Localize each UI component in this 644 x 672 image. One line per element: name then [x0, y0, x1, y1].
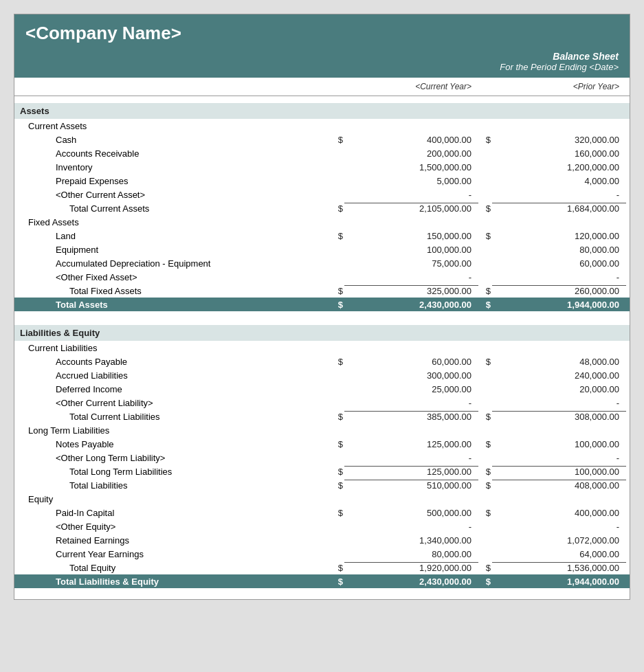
- total-equity-cy: 1,920,000.00: [344, 562, 478, 573]
- total-current-assets-row: Total Current Assets $ 2,105,000.00 $ 1,…: [14, 201, 630, 215]
- prior-year-value: 240,000.00: [492, 370, 626, 381]
- current-year-value: 75,000.00: [344, 258, 478, 269]
- current-year-value: -: [344, 453, 478, 463]
- py-dollar-sign: $: [478, 231, 492, 241]
- total-assets-dollar: $: [331, 300, 344, 310]
- prior-year-value: 20,000.00: [492, 384, 626, 394]
- dollar-sign: $: [331, 357, 344, 367]
- prior-year-value: 1,072,000.00: [492, 535, 626, 546]
- total-long-term-liabilities-cy: 125,000.00: [344, 466, 478, 477]
- assets-section-header: Assets: [14, 103, 630, 119]
- list-item: Accounts Payable$60,000.00$48,000.00: [14, 355, 630, 368]
- total-liabilities-label: Total Liabilities: [14, 480, 331, 491]
- total-long-term-liabilities-label: Total Long Term Liabilities: [14, 467, 331, 477]
- total-liabilities-equity-cy: 2,430,000.00: [344, 576, 478, 587]
- total-current-assets-py: 1,684,000.00: [492, 203, 626, 214]
- column-headers: <Current Year> <Prior Year>: [14, 78, 630, 96]
- prior-year-value: 1,200,000.00: [492, 162, 626, 172]
- total-current-assets-py-dollar: $: [478, 203, 492, 214]
- total-current-liabilities-cy: 385,000.00: [344, 411, 478, 422]
- current-year-value: 80,000.00: [344, 549, 478, 559]
- dollar-sign: $: [331, 135, 344, 145]
- col-current-year-label: <Current Year>: [331, 82, 478, 91]
- col-prior-year-label: <Prior Year>: [478, 82, 626, 91]
- list-item: Land$150,000.00$120,000.00: [14, 229, 630, 243]
- list-item: Prepaid Expenses5,000.004,000.00: [14, 174, 630, 188]
- prior-year-value: 100,000.00: [492, 439, 626, 449]
- total-long-term-liabilities-row: Total Long Term Liabilities $ 125,000.00…: [14, 464, 630, 478]
- equity-group-label: Equity: [14, 492, 630, 506]
- equity-label: Equity: [14, 494, 331, 504]
- total-equity-py: 1,536,000.00: [492, 562, 626, 573]
- total-current-assets-dollar: $: [331, 203, 344, 214]
- row-label: Current Year Earnings: [14, 549, 331, 559]
- total-current-assets-label: Total Current Assets: [14, 203, 331, 214]
- current-year-value: 1,340,000.00: [344, 535, 478, 546]
- list-item: Retained Earnings1,340,000.001,072,000.0…: [14, 533, 630, 547]
- row-label: Accrued Liabilities: [14, 370, 331, 381]
- total-assets-py: 1,944,000.00: [492, 300, 626, 310]
- total-liabilities-equity-dollar: $: [331, 576, 344, 587]
- total-long-term-liabilities-py: 100,000.00: [492, 466, 626, 477]
- liabilities-section-header: Liabilities & Equity: [14, 325, 630, 341]
- equity-rows: Paid-In Capital$500,000.00$400,000.00<Ot…: [14, 506, 630, 561]
- total-equity-py-dollar: $: [478, 563, 492, 573]
- list-item: Accumulated Depreciation - Equipment75,0…: [14, 256, 630, 270]
- dollar-sign: $: [331, 231, 344, 241]
- total-liabilities-py: 408,000.00: [492, 480, 626, 491]
- row-label: <Other Current Liability>: [14, 398, 331, 408]
- current-year-value: 25,000.00: [344, 384, 478, 394]
- current-year-value: 5,000.00: [344, 176, 478, 186]
- total-liabilities-py-dollar: $: [478, 480, 492, 491]
- list-item: Accrued Liabilities300,000.00240,000.00: [14, 368, 630, 382]
- total-assets-label: Total Assets: [14, 300, 331, 310]
- fixed-assets-group-label: Fixed Assets: [14, 215, 630, 229]
- current-liabilities-group-label: Current Liabilities: [14, 341, 630, 355]
- prior-year-value: 48,000.00: [492, 357, 626, 367]
- total-current-assets-cy: 2,105,000.00: [344, 203, 478, 214]
- balance-sheet: <Company Name> Balance Sheet For the Per…: [14, 14, 630, 600]
- list-item: <Other Fixed Asset>--: [14, 270, 630, 284]
- list-item: Accounts Receivable200,000.00160,000.00: [14, 146, 630, 160]
- total-current-liabilities-py-dollar: $: [478, 412, 492, 422]
- row-label: Prepaid Expenses: [14, 176, 331, 186]
- current-year-value: 400,000.00: [344, 135, 478, 145]
- total-fixed-assets-label: Total Fixed Assets: [14, 286, 331, 296]
- row-label: Cash: [14, 135, 331, 145]
- total-current-liabilities-dollar: $: [331, 412, 344, 422]
- current-year-value: 60,000.00: [344, 357, 478, 367]
- total-fixed-assets-py: 260,000.00: [492, 285, 626, 296]
- prior-year-value: -: [492, 453, 626, 463]
- long-term-liabilities-group-label: Long Term Liabilities: [14, 423, 630, 437]
- fixed-assets-label: Fixed Assets: [14, 217, 331, 227]
- prior-year-value: -: [492, 190, 626, 200]
- prior-year-value: -: [492, 398, 626, 408]
- prior-year-value: -: [492, 272, 626, 282]
- list-item: Equipment100,000.0080,000.00: [14, 243, 630, 256]
- list-item: Cash$400,000.00$320,000.00: [14, 133, 630, 146]
- current-year-value: -: [344, 272, 478, 282]
- current-year-value: 100,000.00: [344, 245, 478, 255]
- current-year-value: 1,500,000.00: [344, 162, 478, 172]
- py-dollar-sign: $: [478, 357, 492, 367]
- prior-year-value: 64,000.00: [492, 549, 626, 559]
- row-label: Inventory: [14, 162, 331, 172]
- total-equity-row: Total Equity $ 1,920,000.00 $ 1,536,000.…: [14, 561, 630, 574]
- current-year-value: 200,000.00: [344, 148, 478, 159]
- sheet-title: Balance Sheet: [25, 51, 619, 62]
- prior-year-value: -: [492, 522, 626, 532]
- current-year-value: -: [344, 190, 478, 200]
- long-term-liabilities-rows: Notes Payable$125,000.00$100,000.00<Othe…: [14, 437, 630, 464]
- row-label: <Other Fixed Asset>: [14, 272, 331, 282]
- total-liabilities-cy: 510,000.00: [344, 480, 478, 491]
- current-year-value: -: [344, 522, 478, 532]
- header-right: Balance Sheet For the Period Ending <Dat…: [14, 48, 630, 78]
- total-equity-dollar: $: [331, 563, 344, 573]
- total-assets-py-dollar: $: [478, 300, 492, 310]
- list-item: Deferred Income25,000.0020,000.00: [14, 382, 630, 396]
- row-label: Accumulated Depreciation - Equipment: [14, 258, 331, 269]
- total-liabilities-equity-row: Total Liabilities & Equity $ 2,430,000.0…: [14, 574, 630, 588]
- list-item: Current Year Earnings80,000.0064,000.00: [14, 547, 630, 561]
- current-year-value: 125,000.00: [344, 439, 478, 449]
- prior-year-value: 120,000.00: [492, 231, 626, 241]
